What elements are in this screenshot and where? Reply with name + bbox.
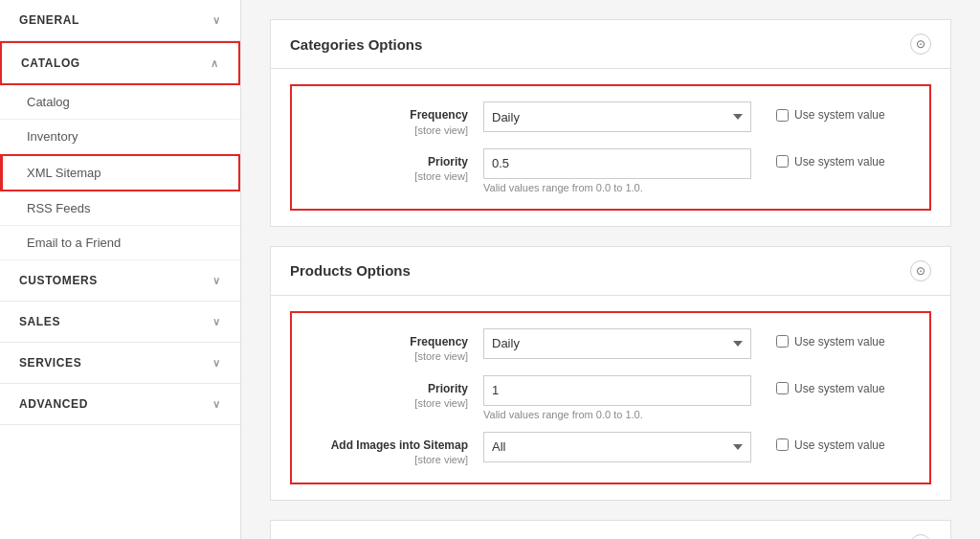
cat-priority-control: Valid values range from 0.0 to 1.0.: [483, 148, 761, 193]
prod-frequency-use-system: Use system value: [776, 328, 910, 348]
products-form-area: Frequency [store view] Always Hourly Dai…: [290, 311, 931, 484]
categories-options-title: Categories Options: [290, 36, 422, 53]
prod-images-checkbox[interactable]: [776, 438, 789, 451]
products-options-header: Products Options ⊙: [271, 247, 950, 296]
prod-priority-control: Valid values range from 0.0 to 1.0.: [483, 375, 761, 420]
sidebar-section-sales[interactable]: SALES ∨: [0, 302, 240, 343]
cms-options-header: CMS Pages Options ⊙: [271, 521, 950, 539]
prod-frequency-row: Frequency [store view] Always Hourly Dai…: [311, 328, 910, 364]
prod-frequency-checkbox[interactable]: [776, 335, 789, 348]
sidebar-section-label: CUSTOMERS: [19, 274, 98, 287]
prod-priority-label: Priority [store view]: [311, 375, 483, 411]
chevron-down-icon: ∨: [212, 14, 221, 27]
sidebar-section-catalog[interactable]: CATALOG ∧: [0, 41, 240, 85]
collapse-categories-button[interactable]: ⊙: [910, 34, 931, 55]
prod-priority-hint: Valid values range from 0.0 to 1.0.: [483, 409, 761, 420]
sidebar-section-label: GENERAL: [19, 13, 79, 27]
sidebar-section-label: ADVANCED: [19, 397, 88, 411]
prod-images-row: Add Images into Sitemap [store view] Non…: [311, 432, 910, 467]
prod-images-select[interactable]: None Base Only All: [483, 432, 751, 462]
cat-frequency-control: Always Hourly Daily Weekly Monthly Yearl…: [483, 101, 761, 132]
sidebar-section-services[interactable]: SERVICES ∨: [0, 343, 240, 384]
sidebar-section-general[interactable]: GENERAL ∨: [0, 0, 240, 41]
chevron-down-icon: ∨: [212, 316, 221, 328]
cat-priority-row: Priority [store view] Valid values range…: [311, 148, 910, 193]
sidebar-item-inventory[interactable]: Inventory: [0, 120, 240, 154]
cat-frequency-label: Frequency [store view]: [311, 101, 483, 137]
cat-frequency-checkbox[interactable]: [776, 109, 789, 122]
sidebar-section-label: SALES: [19, 315, 60, 328]
categories-options-section: Categories Options ⊙ Frequency [store vi…: [270, 19, 951, 227]
chevron-down-icon: ∨: [212, 275, 221, 287]
cms-options-section: CMS Pages Options ⊙ Frequency [store vie…: [270, 520, 951, 539]
products-options-title: Products Options: [290, 262, 411, 279]
prod-priority-row: Priority [store view] Valid values range…: [311, 375, 910, 420]
cat-frequency-select[interactable]: Always Hourly Daily Weekly Monthly Yearl…: [483, 101, 751, 132]
prod-images-use-system: Use system value: [776, 432, 910, 452]
sidebar-item-xml-sitemap[interactable]: XML Sitemap: [0, 154, 240, 191]
categories-form-area: Frequency [store view] Always Hourly Dai…: [290, 84, 931, 211]
prod-images-label: Add Images into Sitemap [store view]: [311, 432, 483, 467]
collapse-products-button[interactable]: ⊙: [910, 260, 931, 281]
sidebar-item-email-friend[interactable]: Email to a Friend: [0, 226, 240, 260]
prod-frequency-control: Always Hourly Daily Weekly Monthly Yearl…: [483, 328, 761, 359]
sidebar-section-customers[interactable]: CUSTOMERS ∨: [0, 260, 240, 302]
cat-frequency-use-system: Use system value: [776, 101, 910, 122]
sidebar-section-label: CATALOG: [21, 56, 80, 70]
cat-priority-input[interactable]: [483, 148, 751, 179]
prod-images-control: None Base Only All: [483, 432, 761, 462]
sidebar: GENERAL ∨ CATALOG ∧ Catalog Inventory XM…: [0, 0, 241, 539]
sidebar-section-label: SERVICES: [19, 356, 81, 370]
categories-options-header: Categories Options ⊙: [271, 20, 950, 69]
chevron-down-icon: ∨: [212, 398, 221, 411]
products-options-section: Products Options ⊙ Frequency [store view…: [270, 246, 951, 501]
cat-priority-checkbox[interactable]: [776, 155, 789, 168]
collapse-cms-button[interactable]: ⊙: [910, 534, 931, 539]
cat-priority-hint: Valid values range from 0.0 to 1.0.: [483, 182, 761, 193]
prod-priority-input[interactable]: [483, 375, 751, 406]
chevron-down-icon: ∨: [212, 357, 221, 370]
chevron-up-icon: ∧: [211, 57, 219, 70]
prod-priority-use-system: Use system value: [776, 375, 910, 395]
sidebar-section-advanced[interactable]: ADVANCED ∨: [0, 384, 240, 425]
main-content: Categories Options ⊙ Frequency [store vi…: [241, 0, 980, 539]
cat-frequency-row: Frequency [store view] Always Hourly Dai…: [311, 101, 910, 137]
prod-priority-checkbox[interactable]: [776, 382, 789, 394]
sidebar-item-catalog[interactable]: Catalog: [0, 85, 240, 120]
cat-priority-use-system: Use system value: [776, 148, 910, 168]
prod-frequency-select[interactable]: Always Hourly Daily Weekly Monthly Yearl…: [483, 328, 751, 359]
sidebar-item-rss-feeds[interactable]: RSS Feeds: [0, 191, 240, 226]
cat-priority-label: Priority [store view]: [311, 148, 483, 184]
prod-frequency-label: Frequency [store view]: [311, 328, 483, 364]
